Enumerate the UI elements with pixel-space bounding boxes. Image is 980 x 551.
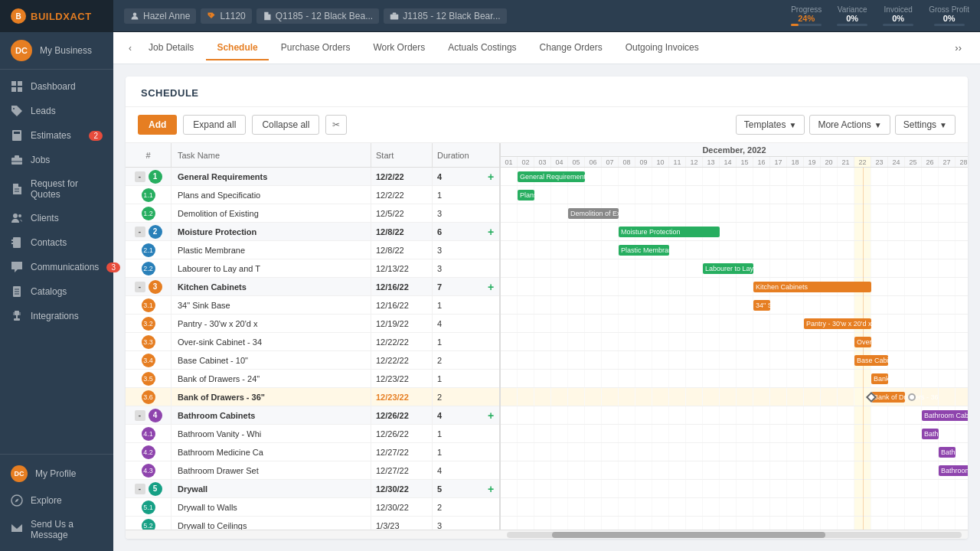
gantt-bar[interactable]: Over xyxy=(854,337,871,347)
gantt-bar[interactable]: Base Cabi xyxy=(854,355,888,366)
task-row[interactable]: 1.1 Plans and Specificatio 12/2/22 1 xyxy=(126,186,499,204)
more-actions-button[interactable]: More Actions ▼ xyxy=(809,115,890,135)
task-row[interactable]: 3.1 34" Sink Base 12/16/22 1 xyxy=(126,296,499,315)
gantt-row[interactable] xyxy=(501,223,968,241)
gantt-row[interactable] xyxy=(501,406,968,425)
task-row[interactable]: 5.2 Drywall to Ceilings 1/3/23 3 xyxy=(126,517,499,530)
tab-outgoing-invoices[interactable]: Outgoing Invoices xyxy=(615,36,710,60)
gantt-row[interactable] xyxy=(501,461,968,480)
gantt-row[interactable] xyxy=(501,370,968,388)
tab-actuals-costings[interactable]: Actuals Costings xyxy=(437,36,527,60)
tab-change-orders[interactable]: Change Orders xyxy=(529,36,613,60)
crumb-quote[interactable]: Q1185 - 12 Black Bea... xyxy=(256,8,379,24)
tab-work-orders[interactable]: Work Orders xyxy=(362,36,436,60)
gantt-bar[interactable]: Bathroom Drawer Set xyxy=(939,465,968,476)
gantt-bar[interactable]: Bank xyxy=(871,373,888,384)
gantt-bar[interactable]: Bathr xyxy=(939,447,956,458)
templates-button[interactable]: Templates ▼ xyxy=(736,115,805,135)
nav-back-button[interactable]: ‹ xyxy=(124,38,136,58)
task-row[interactable]: 4.1 Bathroom Vanity - Whi 12/26/22 1 xyxy=(126,425,499,443)
sidebar-item-communications[interactable]: Communications 3 xyxy=(0,255,113,279)
h-scrollbar[interactable] xyxy=(507,532,962,538)
gantt-bar[interactable]: General Requirements xyxy=(518,171,585,182)
task-row[interactable]: - 3 Kitchen Cabinets 12/16/22 7 + xyxy=(126,278,499,296)
collapse-all-button[interactable]: Collapse all xyxy=(252,115,319,135)
gantt-bar[interactable]: Plans xyxy=(518,190,534,201)
sidebar-item-estimates[interactable]: Estimates 2 xyxy=(0,123,113,148)
task-row[interactable]: 4.2 Bathroom Medicine Ca 12/27/22 1 xyxy=(126,443,499,461)
collapse-btn[interactable]: - xyxy=(135,282,145,292)
cell-add[interactable]: + xyxy=(482,281,499,293)
sidebar-item-clients[interactable]: Clients xyxy=(0,206,113,230)
sidebar-item-send-message[interactable]: Send Us a Message xyxy=(0,513,113,546)
collapse-btn[interactable]: - xyxy=(135,171,145,182)
tab-job-details[interactable]: Job Details xyxy=(138,36,204,60)
gantt-bar[interactable]: Pantry - 30'w x 20'd x xyxy=(804,318,871,329)
gantt-row[interactable] xyxy=(501,517,968,530)
gantt-row[interactable] xyxy=(501,498,968,517)
nav-more-button[interactable]: ›› xyxy=(947,37,969,58)
sidebar-item-dashboard[interactable]: Dashboard xyxy=(0,74,113,99)
collapse-btn[interactable]: - xyxy=(135,227,145,237)
gantt-row[interactable] xyxy=(501,296,968,315)
sidebar-item-profile[interactable]: DC My Profile xyxy=(0,459,113,488)
task-row[interactable]: 3.2 Pantry - 30'w x 20'd x 12/19/22 4 xyxy=(126,315,499,333)
task-row[interactable]: - 1 General Requirements 12/2/22 4 + xyxy=(126,168,499,186)
expand-all-button[interactable]: Expand all xyxy=(183,115,246,135)
gantt-row[interactable] xyxy=(501,278,968,296)
task-row[interactable]: - 4 Bathroom Cabinets 12/26/22 4 + xyxy=(126,406,499,425)
task-row[interactable]: 4.3 Bathroom Drawer Set 12/27/22 4 xyxy=(126,461,499,480)
gantt-row[interactable] xyxy=(501,425,968,443)
sidebar-item-jobs[interactable]: Jobs xyxy=(0,148,113,172)
sidebar-item-my-business[interactable]: DC My Business xyxy=(0,32,113,70)
gantt-bar[interactable]: Plastic Membrane xyxy=(619,245,669,256)
gantt-row[interactable] xyxy=(501,186,968,204)
gantt-row[interactable] xyxy=(501,480,968,498)
sidebar-item-explore[interactable]: Explore xyxy=(0,488,113,513)
gantt-bar[interactable]: Moisture Protection xyxy=(619,227,720,237)
sidebar-item-contacts[interactable]: Contacts xyxy=(0,230,113,255)
crumb-lead[interactable]: L1120 xyxy=(201,8,251,24)
gantt-bar[interactable]: Bathroom Cabinets xyxy=(922,410,968,421)
sidebar-item-integrations[interactable]: Integrations xyxy=(0,304,113,328)
gantt-row[interactable] xyxy=(501,241,968,259)
collapse-btn[interactable]: - xyxy=(135,484,145,494)
sidebar-item-leads[interactable]: Leads xyxy=(0,99,113,123)
crumb-job[interactable]: J1185 - 12 Black Bear... xyxy=(384,8,506,24)
collapse-btn[interactable]: - xyxy=(135,410,145,421)
gantt-bar[interactable]: Demolition of Ex xyxy=(568,208,619,219)
settings-button[interactable]: Settings ▼ xyxy=(895,115,956,135)
task-row[interactable]: 3.4 Base Cabinet - 10" 12/22/22 2 xyxy=(126,351,499,370)
task-row[interactable]: 3.5 Bank of Drawers - 24" 12/23/22 1 xyxy=(126,370,499,388)
task-row[interactable]: 3.3 Over-sink Cabinet - 34 12/22/22 1 xyxy=(126,333,499,351)
tab-schedule[interactable]: Schedule xyxy=(206,36,268,60)
gantt-bar[interactable]: 34" S xyxy=(753,300,770,311)
cell-add[interactable]: + xyxy=(482,483,499,495)
cell-add[interactable]: + xyxy=(482,226,499,238)
task-row-highlighted[interactable]: 3.6 Bank of Drawers - 36" 12/23/22 2 xyxy=(126,388,499,406)
gantt-row[interactable] xyxy=(501,443,968,461)
sidebar-item-catalogs[interactable]: Catalogs xyxy=(0,279,113,304)
gantt-bar[interactable]: Bathr xyxy=(922,429,939,439)
scissors-button[interactable]: ✂ xyxy=(325,115,347,135)
task-row[interactable]: 1.2 Demolition of Existing 12/5/22 3 xyxy=(126,204,499,223)
gantt-row[interactable] xyxy=(501,351,968,370)
tab-purchase-orders[interactable]: Purchase Orders xyxy=(270,36,361,60)
task-row[interactable]: 2.2 Labourer to Lay and T 12/13/22 3 xyxy=(126,259,499,278)
task-row[interactable]: - 5 Drywall 12/30/22 5 + xyxy=(126,480,499,498)
gantt-bar[interactable]: Labourer to Lay xyxy=(703,263,753,274)
task-row[interactable]: 5.1 Drywall to Walls 12/30/22 2 xyxy=(126,498,499,517)
day-col xyxy=(737,388,753,406)
add-button[interactable]: Add xyxy=(138,115,177,135)
gantt-scroll-area[interactable]: # Task Name Start Duration - 1 xyxy=(126,143,968,530)
day-col xyxy=(737,241,753,259)
gantt-bar[interactable]: Kitchen Cabinets xyxy=(753,282,871,292)
gantt-row[interactable] xyxy=(501,333,968,351)
gantt-row[interactable] xyxy=(501,315,968,333)
task-row[interactable]: - 2 Moisture Protection 12/8/22 6 + xyxy=(126,223,499,241)
crumb-person[interactable]: Hazel Anne xyxy=(124,8,196,24)
cell-add[interactable]: + xyxy=(482,409,499,422)
sidebar-item-rfq[interactable]: Request for Quotes xyxy=(0,172,113,206)
task-row[interactable]: 2.1 Plastic Membrane 12/8/22 3 xyxy=(126,241,499,259)
cell-add[interactable]: + xyxy=(482,171,499,183)
